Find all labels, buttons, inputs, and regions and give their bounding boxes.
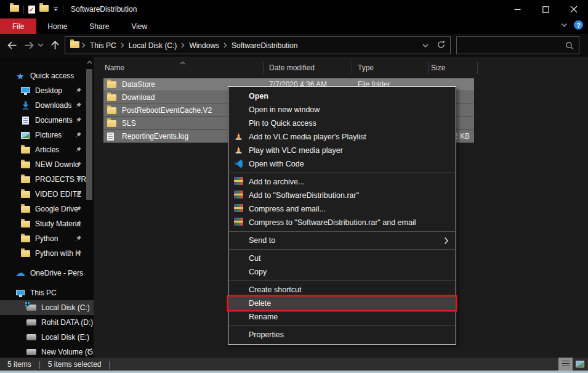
sidebar-item-this-pc[interactable]: This PC: [0, 285, 94, 300]
breadcrumb-item-local-disk-c[interactable]: Local Disk (C:): [124, 41, 182, 50]
new-folder-icon[interactable]: [39, 5, 49, 14]
folder-icon: [107, 81, 118, 88]
tab-share[interactable]: Share: [78, 18, 120, 34]
tab-file[interactable]: File: [0, 18, 36, 34]
details-view-icon: [562, 361, 570, 367]
tab-view[interactable]: View: [120, 18, 158, 34]
scroll-up-icon[interactable]: [86, 58, 93, 67]
winrar-icon: [234, 191, 244, 199]
expand-ribbon-chevron-icon[interactable]: [561, 21, 568, 30]
sidebar-item-pictures[interactable]: Pictures: [0, 128, 94, 142]
divider: [23, 5, 24, 14]
file-name-cell: SLS: [103, 119, 136, 128]
thumbnails-view-button[interactable]: [573, 358, 587, 371]
context-menu-items: OpenOpen in new windowPin to Quick acces…: [228, 89, 456, 342]
sidebar-item-study-materia[interactable]: Study Materia: [0, 216, 94, 231]
recent-locations-chevron-icon[interactable]: [35, 34, 46, 57]
sidebar: ★Quick accessDesktopDownloadsDocumentsPi…: [0, 57, 94, 358]
column-divider[interactable]: [263, 62, 264, 74]
sidebar-item-projects-tr[interactable]: PROJECTS TR: [0, 172, 94, 187]
menu-item-compress-and-email[interactable]: Compress and email...: [228, 202, 456, 216]
sidebar-item-label: Pictures: [35, 131, 62, 139]
column-divider[interactable]: [428, 62, 429, 74]
sidebar-item-label: OneDrive - Person: [30, 269, 83, 277]
desktop-icon: [20, 88, 31, 93]
tab-home[interactable]: Home: [36, 18, 78, 34]
column-divider[interactable]: [352, 62, 352, 74]
refresh-icon[interactable]: [437, 41, 445, 51]
menu-item-play-with-vlc-media-player[interactable]: Play with VLC media player: [228, 144, 456, 157]
menu-item-open-in-new-window[interactable]: Open in new window: [228, 103, 456, 117]
maximize-button[interactable]: [531, 0, 560, 18]
menu-item-copy[interactable]: Copy: [228, 265, 456, 279]
folder-icon: [107, 94, 118, 101]
folder-icon: [20, 147, 31, 154]
file-name-cell: Download: [103, 93, 155, 102]
sidebar-item-label: Desktop: [35, 86, 62, 95]
column-divider[interactable]: [477, 62, 478, 74]
sidebar-items: ★Quick accessDesktopDownloadsDocumentsPi…: [0, 57, 94, 358]
customize-toolbar-dropdown-icon[interactable]: [53, 5, 58, 14]
menu-item-create-shortcut[interactable]: Create shortcut: [228, 283, 456, 297]
sidebar-item-documents[interactable]: Documents: [0, 113, 94, 128]
sidebar-item-local-disk-c[interactable]: Local Disk (C:): [0, 300, 94, 315]
breadcrumb-item-windows[interactable]: Windows: [185, 41, 224, 50]
details-view-button[interactable]: [558, 358, 573, 371]
minimize-button[interactable]: [503, 0, 531, 18]
menu-item-cut[interactable]: Cut: [228, 252, 456, 265]
file-name-text: Download: [122, 93, 155, 102]
address-bar[interactable]: This PCLocal Disk (C:)WindowsSoftwareDis…: [65, 36, 451, 54]
menu-item-add-to-archive[interactable]: Add to archive...: [228, 175, 456, 189]
titlebar: ✓ SoftwareDistribution: [0, 0, 588, 18]
sidebar-item-articles[interactable]: Articles: [0, 142, 94, 157]
sidebar-item-google-drive[interactable]: Google Drive: [0, 202, 94, 216]
sidebar-scrollbar[interactable]: [85, 57, 94, 358]
menu-item-rename[interactable]: Rename: [228, 310, 456, 324]
vlc-icon: [234, 146, 244, 155]
properties-check-icon[interactable]: ✓: [28, 6, 35, 14]
sidebar-item-python-with-h[interactable]: Python with H: [0, 246, 94, 261]
search-input[interactable]: [457, 41, 565, 50]
sidebar-item-label: Documents: [35, 116, 73, 125]
breadcrumb-item-this-pc[interactable]: This PC: [86, 41, 121, 50]
sidebar-item-label: Study Materia: [35, 219, 81, 228]
breadcrumb-item-softwaredistribution[interactable]: SoftwareDistribution: [227, 41, 302, 50]
pin-icon: [75, 102, 82, 110]
menu-item-add-to-softwaredistribution-rar[interactable]: Add to "SoftwareDistribution.rar": [228, 189, 456, 202]
up-button[interactable]: [47, 34, 63, 57]
menu-item-label: Rename: [249, 313, 278, 321]
sidebar-item-new-volume-g[interactable]: New Volume (G:: [0, 345, 94, 358]
back-button[interactable]: [4, 34, 20, 57]
scroll-down-icon[interactable]: [86, 345, 93, 354]
address-dropdown-chevron-icon[interactable]: [422, 41, 429, 50]
window-bottom-edge: [0, 371, 588, 373]
menu-item-pin-to-quick-access[interactable]: Pin to Quick access: [228, 117, 456, 130]
sidebar-item-rohit-data-d[interactable]: Rohit DATA (D:): [0, 315, 94, 330]
sidebar-item-quick-access[interactable]: ★Quick access: [0, 68, 94, 83]
sidebar-item-video-editz[interactable]: VIDEO EDITZ: [0, 187, 94, 202]
column-header-date-modified[interactable]: Date modified: [269, 64, 315, 72]
help-icon[interactable]: ?: [574, 20, 583, 30]
sidebar-item-downloads[interactable]: Downloads: [0, 98, 94, 113]
menu-item-properties[interactable]: Properties: [228, 328, 456, 342]
sidebar-item-onedrive-person[interactable]: ☁OneDrive - Person: [0, 266, 94, 281]
menu-item-send-to[interactable]: Send to: [228, 234, 456, 247]
menu-item-delete[interactable]: Delete: [228, 297, 456, 310]
sidebar-item-desktop[interactable]: Desktop: [0, 83, 94, 98]
column-header-type[interactable]: Type: [358, 64, 374, 72]
menu-item-compress-to-softwaredistribution-rar-and-email[interactable]: Compress to "SoftwareDistribution.rar" a…: [228, 216, 456, 229]
close-button[interactable]: [560, 0, 588, 18]
sidebar-item-python[interactable]: Python: [0, 231, 94, 246]
search-box: [456, 36, 579, 54]
column-header-size[interactable]: Size: [431, 64, 445, 72]
menu-item-open-with-code[interactable]: Open with Code: [228, 157, 456, 171]
folder-icon: [20, 191, 31, 198]
menu-item-open[interactable]: Open: [228, 89, 456, 103]
scrollbar-thumb[interactable]: [86, 69, 92, 200]
menu-item-add-to-vlc-media-player-s-playlist[interactable]: Add to VLC media player's Playlist: [228, 130, 456, 144]
sidebar-item-new-downlo[interactable]: NEW Downlo: [0, 157, 94, 172]
menu-item-label: Delete: [249, 299, 271, 308]
column-header-name[interactable]: Name: [105, 64, 124, 72]
folder-icon: [20, 206, 31, 213]
sidebar-item-local-disk-e[interactable]: Local Disk (E:): [0, 330, 94, 345]
